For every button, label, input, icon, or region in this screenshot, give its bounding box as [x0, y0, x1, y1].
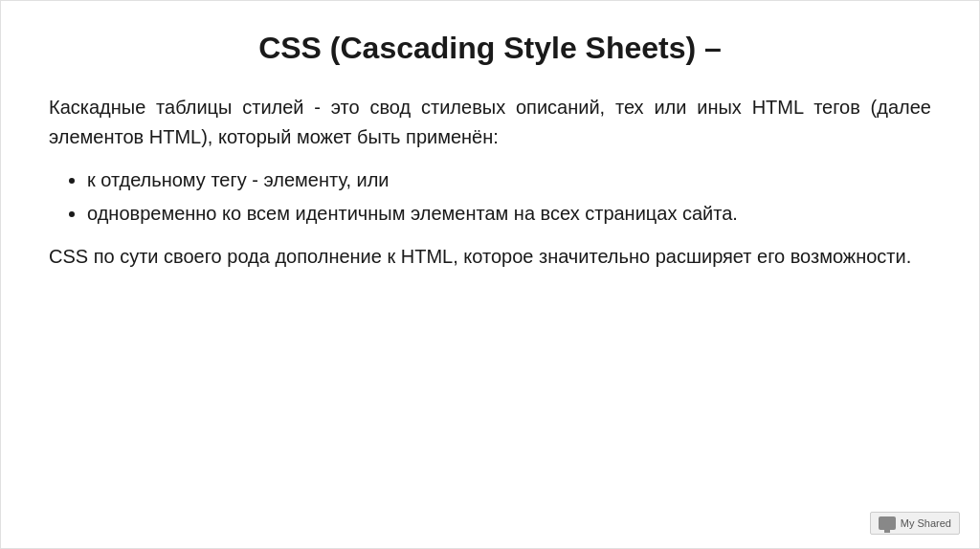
watermark: My Shared: [870, 512, 960, 535]
bullet-item-1: к отдельному тегу - элементу, или: [87, 165, 931, 195]
slide-title: CSS (Cascading Style Sheets) –: [49, 30, 931, 66]
slide-container: CSS (Cascading Style Sheets) – Каскадные…: [0, 0, 980, 549]
watermark-icon: [879, 516, 896, 530]
slide-body: Каскадные таблицы стилей - это свод стил…: [49, 93, 931, 285]
bullet-list: к отдельному тегу - элементу, или одновр…: [49, 165, 931, 229]
paragraph-2: CSS по сути своего рода дополнение к HTM…: [49, 242, 931, 272]
watermark-text: My Shared: [901, 517, 951, 529]
paragraph-1: Каскадные таблицы стилей - это свод стил…: [49, 93, 931, 152]
bullet-item-2: одновременно ко всем идентичным элемента…: [87, 199, 931, 229]
